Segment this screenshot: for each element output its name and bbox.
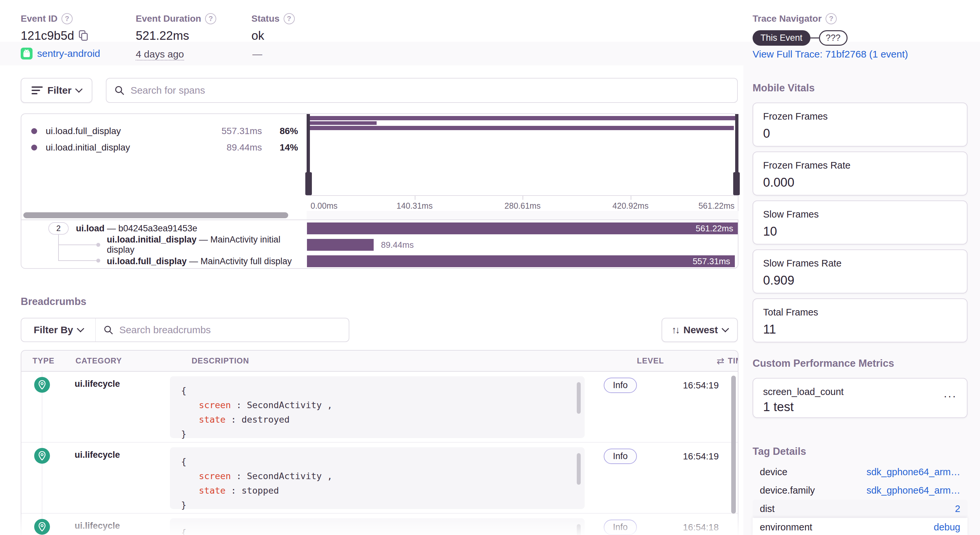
vital-label: Slow Frames Rate bbox=[763, 258, 957, 269]
span-desc: b04245a3ea91453e bbox=[118, 223, 197, 233]
vital-card-frozen-frames-rate[interactable]: Frozen Frames Rate 0.000 bbox=[752, 151, 967, 196]
level-badge: Info bbox=[604, 449, 637, 464]
pin-icon bbox=[34, 448, 50, 464]
trace-navigator-label: Trace Navigator bbox=[752, 13, 822, 24]
span-color-dot bbox=[31, 145, 37, 151]
span-row[interactable]: 2 ui.load — b04245a3ea91453e 561.22ms bbox=[21, 220, 738, 237]
code-scrollbar[interactable] bbox=[577, 453, 581, 485]
vital-card-slow-frames[interactable]: Slow Frames 10 bbox=[752, 201, 967, 245]
minimap-bar-ui-load bbox=[310, 116, 735, 120]
tree-horizontal-scrollbar[interactable] bbox=[23, 212, 288, 218]
tag-value-link[interactable]: sdk_gphone64_arm… bbox=[867, 467, 960, 478]
vital-label: Total Frames bbox=[763, 307, 957, 318]
search-icon bbox=[115, 85, 124, 96]
project-name[interactable]: sentry-android bbox=[37, 48, 100, 59]
tag-details-title: Tag Details bbox=[752, 446, 806, 457]
code-scrollbar[interactable] bbox=[577, 382, 581, 414]
metric-name: screen_load_count bbox=[763, 387, 957, 397]
axis-tick-label: 561.22ms bbox=[698, 201, 735, 211]
metric-value: 1 test bbox=[763, 400, 957, 414]
col-description: DESCRIPTION bbox=[192, 356, 249, 365]
span-bar[interactable]: 557.31ms bbox=[307, 255, 735, 267]
chevron-down-icon bbox=[75, 86, 83, 93]
breadcrumb-filter-label: Filter By bbox=[33, 324, 73, 336]
vital-card-slow-frames-rate[interactable]: Slow Frames Rate 0.909 bbox=[752, 250, 967, 293]
next-event-pill[interactable]: ??? bbox=[819, 30, 848, 46]
legend-item[interactable]: ui.load.initial_display 89.44ms 14% bbox=[31, 142, 307, 153]
minimap-right-grip[interactable] bbox=[733, 172, 740, 195]
filter-icon bbox=[32, 86, 43, 94]
breadcrumb-row[interactable]: ui.lifecycle { screen : SecondActivity ,… bbox=[21, 372, 738, 443]
code-sep: : bbox=[231, 400, 247, 410]
tag-key: device bbox=[760, 467, 788, 478]
span-count-badge[interactable]: 2 bbox=[48, 222, 69, 235]
minimap-left-grip[interactable] bbox=[305, 172, 312, 195]
breadcrumb-sort-button[interactable]: ↑↓ Newest bbox=[662, 318, 738, 342]
breadcrumb-filter-button[interactable]: Filter By bbox=[21, 318, 95, 342]
vital-value: 0 bbox=[763, 126, 957, 141]
event-duration-label: Event Duration bbox=[136, 13, 201, 24]
legend-item[interactable]: ui.load.full_display 557.31ms 86% bbox=[31, 126, 307, 136]
event-age-value[interactable]: 4 days ago bbox=[136, 49, 184, 61]
tag-key: device.family bbox=[760, 485, 815, 496]
breadcrumb-code[interactable]: { bbox=[170, 518, 585, 535]
overflow-menu-icon[interactable]: ... bbox=[944, 387, 957, 400]
breadcrumb-search[interactable] bbox=[95, 318, 349, 342]
pin-icon bbox=[34, 519, 50, 535]
tag-value-link[interactable]: sdk_gphone64_arm… bbox=[867, 485, 960, 496]
event-duration-block: Event Duration ? 521.22ms bbox=[136, 13, 216, 43]
help-icon[interactable]: ? bbox=[826, 13, 837, 24]
code-sep: : bbox=[231, 471, 247, 481]
trace-minimap[interactable] bbox=[307, 114, 738, 195]
span-desc: MainActivity full display bbox=[200, 256, 292, 266]
help-icon[interactable]: ? bbox=[284, 13, 295, 24]
col-category: CATEGORY bbox=[76, 356, 122, 365]
minimap-bar-initial-display bbox=[310, 121, 377, 125]
span-filter-button[interactable]: Filter bbox=[21, 78, 92, 103]
tag-row: environment debug bbox=[752, 518, 967, 535]
copy-icon[interactable] bbox=[79, 30, 89, 41]
breadcrumbs-title: Breadcrumbs bbox=[21, 296, 86, 307]
vital-card-frozen-frames[interactable]: Frozen Frames 0 bbox=[752, 102, 967, 146]
span-search[interactable] bbox=[106, 78, 738, 103]
col-time[interactable]: TIME bbox=[728, 356, 738, 365]
this-event-pill[interactable]: This Event bbox=[752, 30, 810, 46]
span-color-dot bbox=[31, 128, 37, 134]
code-value: destroyed bbox=[242, 414, 290, 425]
code-value: SecondActivity , bbox=[247, 471, 332, 481]
span-legend: ui.load.full_display 557.31ms 86% ui.loa… bbox=[21, 114, 307, 195]
view-full-trace-link[interactable]: View Full Trace: 71bf2768 (1 event) bbox=[752, 49, 908, 60]
span-search-input[interactable] bbox=[130, 85, 729, 96]
span-sep: — bbox=[187, 256, 200, 266]
legend-pct: 86% bbox=[262, 126, 298, 136]
help-icon[interactable]: ? bbox=[62, 13, 73, 24]
breadcrumb-code[interactable]: { screen : SecondActivity , state : stop… bbox=[170, 447, 585, 509]
help-icon[interactable]: ? bbox=[205, 13, 216, 24]
event-id-block: Event ID ? 121c9b5d bbox=[21, 13, 89, 43]
time-sort-icon[interactable]: ⇄ bbox=[716, 355, 724, 366]
code-scrollbar[interactable] bbox=[577, 524, 581, 535]
tag-value-link[interactable]: debug bbox=[934, 522, 960, 533]
span-row[interactable]: ui.load.full_display — MainActivity full… bbox=[21, 253, 738, 269]
vital-card-total-frames[interactable]: Total Frames 11 bbox=[752, 298, 967, 342]
breadcrumb-code[interactable]: { screen : SecondActivity , state : dest… bbox=[170, 376, 585, 438]
mobile-vitals-title: Mobile Vitals bbox=[752, 82, 815, 94]
legend-name: ui.load.full_display bbox=[46, 126, 121, 136]
custom-metric-card[interactable]: screen_load_count ... 1 test bbox=[752, 378, 967, 418]
code-value: SecondActivity , bbox=[247, 400, 332, 410]
breadcrumbs-scrollbar[interactable] bbox=[731, 376, 736, 514]
breadcrumb-row[interactable]: ui.lifecycle { screen : SecondActivity ,… bbox=[21, 443, 738, 514]
tag-value-link[interactable]: 2 bbox=[955, 503, 960, 514]
legend-pct: 14% bbox=[262, 142, 298, 153]
breadcrumb-row[interactable]: ui.lifecycle { Info 16:54:18 bbox=[21, 514, 738, 535]
chevron-down-icon bbox=[76, 325, 84, 333]
span-bar[interactable]: 561.22ms bbox=[307, 223, 738, 234]
breadcrumb-time: 16:54:19 bbox=[670, 380, 719, 391]
span-row[interactable]: ui.load.initial_display — MainActivity i… bbox=[21, 237, 738, 253]
code-close: } bbox=[181, 427, 573, 441]
span-bar[interactable] bbox=[307, 239, 374, 251]
tag-key: environment bbox=[760, 522, 812, 533]
project-link[interactable]: sentry-android bbox=[21, 48, 100, 59]
tag-row: dist 2 bbox=[752, 500, 967, 518]
breadcrumb-search-input[interactable] bbox=[119, 324, 341, 336]
